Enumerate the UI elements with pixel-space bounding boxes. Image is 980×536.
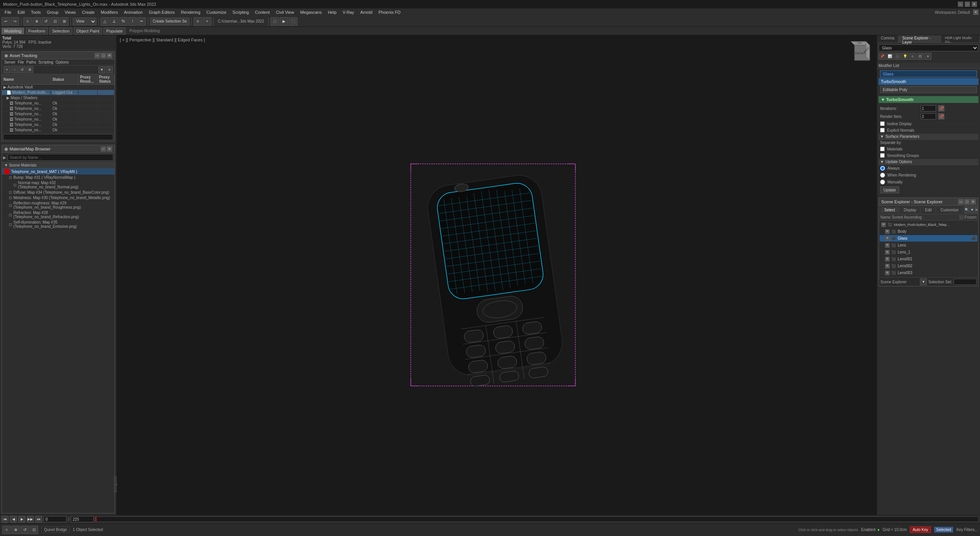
menu-graph-editors[interactable]: Graph Editors bbox=[146, 9, 178, 15]
key-filters-button[interactable]: Key Filters... bbox=[956, 528, 978, 532]
se-tb-filter[interactable]: ▼ bbox=[970, 206, 974, 213]
mat-map-item[interactable]: ⊡ Refraction: Map #28 (Telephone_no_bran… bbox=[2, 210, 114, 220]
render-iters-spinner[interactable] bbox=[921, 113, 936, 119]
materials-checkbox[interactable] bbox=[880, 147, 885, 151]
prev-frame[interactable]: ◀ bbox=[10, 516, 17, 523]
explicit-normals-checkbox[interactable] bbox=[880, 128, 885, 132]
subtool-selection[interactable]: Selection bbox=[49, 28, 72, 34]
asset-tb-options[interactable]: ≡ bbox=[106, 66, 113, 73]
layer-create[interactable]: + bbox=[203, 17, 211, 26]
render-production[interactable]: ⬛ bbox=[289, 17, 297, 26]
se-row-lens003[interactable]: 👁 ⬛ Lens003 bbox=[880, 270, 977, 276]
spinner-snap[interactable]: ⊺ bbox=[128, 17, 137, 26]
se-close[interactable]: ✕ bbox=[970, 199, 976, 204]
status-move-tool[interactable]: ⊕ bbox=[11, 526, 20, 534]
material-search-input[interactable] bbox=[8, 154, 113, 161]
se-row-lens[interactable]: 👁 ⬛ Lens bbox=[880, 242, 977, 249]
table-row[interactable]: ▶ Maps / Shaders bbox=[2, 95, 114, 101]
render-setup[interactable]: 🎥 bbox=[271, 17, 279, 26]
se-row-lens1[interactable]: 👁 ⬛ Lens_1 bbox=[880, 249, 977, 256]
asset-tb-filter[interactable]: ▼ bbox=[98, 66, 105, 73]
table-row[interactable]: 🖼 Telephone_no... Ok bbox=[2, 122, 114, 127]
asset-panel-minimize[interactable]: ─ bbox=[95, 53, 100, 58]
col-proxy-status[interactable]: Proxy Status bbox=[97, 74, 114, 85]
asset-menu-server[interactable]: Server bbox=[4, 60, 15, 64]
reference-coord-tool[interactable]: ⊞ bbox=[60, 17, 69, 26]
asset-tb-remove[interactable]: − bbox=[11, 66, 18, 73]
menu-close-button[interactable]: ✕ bbox=[973, 10, 978, 15]
se-tb-search[interactable]: 🔍 bbox=[964, 206, 969, 213]
undo-button[interactable]: ↩ bbox=[2, 17, 10, 26]
menu-rendering[interactable]: Rendering bbox=[178, 9, 204, 15]
asset-tb-refresh[interactable]: ↺ bbox=[19, 66, 26, 73]
tab-hdr-studio[interactable]: HDR Light Studio Co... bbox=[941, 35, 980, 42]
menu-file[interactable]: File bbox=[2, 9, 15, 15]
play-anim[interactable]: ▶ bbox=[18, 516, 25, 523]
mod-icon-graph[interactable]: 📊 bbox=[886, 53, 893, 60]
update-button[interactable]: Update bbox=[880, 186, 899, 193]
view-dropdown[interactable]: View World Screen bbox=[73, 18, 96, 25]
mat-primary-item[interactable]: Telephone_no_brand_MAT ( VRayMtl ) bbox=[2, 168, 114, 175]
menu-views[interactable]: Views bbox=[62, 9, 79, 15]
col-status[interactable]: Status bbox=[51, 74, 78, 85]
menu-civil-view[interactable]: Civil View bbox=[273, 9, 297, 15]
asset-menu-scripting[interactable]: Scripting bbox=[38, 60, 53, 64]
scene-materials-header[interactable]: ▼ Scene Materials bbox=[2, 162, 114, 168]
asset-tb-settings[interactable]: ⚙ bbox=[26, 66, 33, 73]
current-frame-input[interactable] bbox=[44, 516, 67, 522]
status-select-tool[interactable]: ⊹ bbox=[2, 526, 11, 534]
subtool-object-paint[interactable]: Object Paint bbox=[74, 28, 102, 34]
iterations-spinner[interactable] bbox=[921, 105, 936, 111]
mat-map-item[interactable]: ⊡ Bump: Map #31 ( VRayNormalMap ) bbox=[2, 175, 114, 180]
se-row-root[interactable]: 👁 ⬛ Modern_Push-button_Black_Telephone_L… bbox=[880, 221, 977, 228]
menu-modifiers[interactable]: Modifiers bbox=[98, 9, 121, 15]
navigation-cube[interactable]: FRONT RIGHT TOP bbox=[847, 38, 874, 65]
asset-menu-options[interactable]: Options bbox=[56, 60, 69, 64]
snap-toggle[interactable]: △ bbox=[101, 17, 109, 26]
create-selection-set-button[interactable]: Create Selection Se bbox=[150, 18, 189, 25]
mat-panel-close[interactable]: ✕ bbox=[107, 146, 112, 152]
menu-tools[interactable]: Tools bbox=[28, 9, 44, 15]
asset-filter-input[interactable] bbox=[3, 134, 113, 140]
surface-params-header[interactable]: ▼ Surface Parameters bbox=[879, 134, 978, 140]
mat-map-item[interactable]: ⊡ Diffuse: Map #34 (Telephone_no_brand_B… bbox=[2, 190, 114, 195]
menu-arnold[interactable]: Arnold bbox=[357, 9, 376, 15]
menu-customize[interactable]: Customize bbox=[203, 9, 229, 15]
mat-map-item[interactable]: ⊡ Metalness: Map #30 (Telephone_no_brand… bbox=[2, 195, 114, 201]
se-tb-options[interactable]: ≡ bbox=[975, 206, 978, 213]
asset-menu-paths[interactable]: Paths bbox=[26, 60, 36, 64]
viewport[interactable]: [ + ][ Perspective ][ Standard ][ Edged … bbox=[117, 35, 877, 515]
menu-scripting[interactable]: Scripting bbox=[229, 9, 252, 15]
mat-map-item[interactable]: ⊡ Normal map: Map #32 (Telephone_no_bran… bbox=[2, 180, 114, 190]
redo-button[interactable]: ↪ bbox=[11, 17, 19, 26]
col-name[interactable]: Name bbox=[2, 74, 51, 85]
subtool-populate[interactable]: Populate bbox=[103, 28, 125, 34]
modifier-item-turbosmooth[interactable]: TurboSmooth bbox=[879, 78, 978, 85]
select-tool[interactable]: ⊹ bbox=[23, 17, 32, 26]
tab-scene-explorer[interactable]: Scene Explorer - Layer bbox=[898, 35, 941, 42]
always-radio[interactable] bbox=[880, 166, 885, 171]
editable-poly-label[interactable]: Editable Poly bbox=[880, 86, 977, 93]
col-proxy[interactable]: Proxy Resol... bbox=[78, 74, 97, 85]
mat-map-item[interactable]: ⊡ Self-illumination: Map #35 (Telephone_… bbox=[2, 220, 114, 229]
scale-tool[interactable]: ⊡ bbox=[51, 17, 59, 26]
table-row[interactable]: ▶ Autodesk Vault bbox=[2, 85, 114, 90]
asset-menu-file[interactable]: File bbox=[18, 60, 24, 64]
manually-radio[interactable] bbox=[880, 180, 885, 185]
total-frames-input[interactable] bbox=[71, 516, 94, 522]
se-settings[interactable]: □ bbox=[964, 199, 970, 204]
se-row-glass[interactable]: 👁 ⬛ Glass ⬛ bbox=[880, 235, 977, 242]
se-row-body[interactable]: 👁 ⬛ Body bbox=[880, 228, 977, 235]
mat-panel-minimize[interactable]: ─ bbox=[101, 146, 106, 152]
table-row[interactable]: 🖼 Telephone_no... Ok bbox=[2, 111, 114, 117]
se-tab-display[interactable]: Display bbox=[900, 207, 921, 213]
se-tab-select[interactable]: Select bbox=[880, 207, 899, 213]
minimize-button[interactable]: ─ bbox=[958, 2, 963, 7]
render-frame[interactable]: ▶ bbox=[280, 17, 288, 26]
update-options-header[interactable]: ▼ Update Options bbox=[879, 159, 978, 165]
go-to-start[interactable]: ⏮ bbox=[2, 516, 8, 523]
table-row[interactable]: 🖼 Telephone_no... Ok bbox=[2, 117, 114, 122]
asset-panel-settings[interactable]: □ bbox=[101, 53, 106, 58]
menu-phoenix[interactable]: Phoenix FD bbox=[376, 9, 403, 15]
render-iters-pin[interactable]: 📌 bbox=[938, 113, 944, 119]
